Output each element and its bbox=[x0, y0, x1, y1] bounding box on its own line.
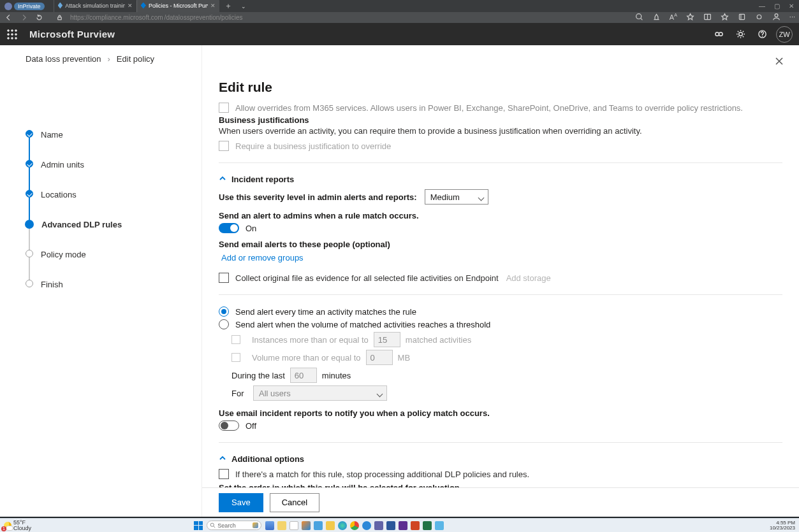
tab-overflow-button[interactable]: ⌄ bbox=[237, 0, 250, 13]
svg-point-8 bbox=[15, 29, 17, 31]
waffle-icon[interactable] bbox=[6, 29, 18, 40]
incident-reports-expander[interactable]: Incident reports bbox=[219, 175, 782, 184]
more-icon[interactable]: ··· bbox=[789, 13, 795, 22]
add-storage-link[interactable]: Add storage bbox=[506, 273, 551, 283]
svg-point-15 bbox=[715, 32, 719, 36]
text-size-icon[interactable]: AA bbox=[670, 13, 677, 22]
checkbox-icon[interactable] bbox=[219, 273, 229, 283]
alert-threshold-radio[interactable]: Send alert when the volume of matched ac… bbox=[219, 319, 782, 329]
tab-close-icon[interactable]: ✕ bbox=[210, 3, 216, 9]
collect-evidence-row[interactable]: Collect original file as evidence for al… bbox=[219, 273, 782, 283]
edge-dev-icon[interactable] bbox=[362, 521, 371, 530]
tabbar-container: Attack simulation training - Mic ✕ Polic… bbox=[54, 0, 250, 13]
step-policy-mode[interactable]: Policy mode bbox=[26, 250, 202, 280]
save-button[interactable]: Save bbox=[219, 493, 263, 512]
url-path: /datalossprevention/policies bbox=[165, 14, 243, 21]
chrome-icon[interactable] bbox=[350, 521, 359, 530]
copilot-icon[interactable] bbox=[302, 521, 311, 530]
window-minimize-icon[interactable]: — bbox=[759, 3, 765, 10]
severity-select[interactable]: Medium bbox=[425, 189, 488, 205]
alert-every-radio[interactable]: Send alert every time an activity matche… bbox=[219, 306, 782, 317]
radio-selected-icon bbox=[219, 306, 229, 317]
window-close-icon[interactable]: ✕ bbox=[789, 3, 794, 10]
word-icon[interactable] bbox=[386, 521, 395, 530]
taskbar-search[interactable]: Search bbox=[207, 521, 261, 530]
split-icon[interactable] bbox=[703, 13, 712, 22]
extensions-icon[interactable] bbox=[755, 13, 763, 22]
close-icon[interactable] bbox=[773, 55, 785, 67]
checkbox-icon[interactable] bbox=[219, 141, 229, 151]
avatar[interactable]: ZW bbox=[776, 26, 793, 43]
collections-icon[interactable] bbox=[738, 13, 746, 22]
forward-button[interactable] bbox=[19, 13, 28, 22]
step-advanced-dlp-rules[interactable]: Advanced DLP rules bbox=[26, 220, 202, 250]
step-admin-units[interactable]: Admin units bbox=[26, 160, 202, 190]
checkbox-icon[interactable] bbox=[231, 353, 240, 362]
notepad-icon[interactable] bbox=[435, 521, 444, 530]
tab-title: Attack simulation training - Mic bbox=[65, 3, 124, 9]
read-aloud-icon[interactable] bbox=[652, 13, 661, 22]
browser-profile-icon[interactable] bbox=[772, 13, 781, 22]
step-name[interactable]: Name bbox=[26, 130, 202, 160]
panel-title: Edit rule bbox=[219, 80, 799, 95]
favorite-icon[interactable] bbox=[686, 13, 694, 22]
add-groups-link[interactable]: Add or remove groups bbox=[221, 253, 304, 262]
explorer-icon[interactable] bbox=[277, 521, 286, 530]
back-button[interactable] bbox=[4, 13, 13, 22]
step-current-icon bbox=[25, 220, 34, 229]
chevron-up-icon bbox=[219, 454, 226, 464]
instances-input[interactable] bbox=[374, 332, 400, 347]
help-icon[interactable] bbox=[753, 25, 771, 43]
tab-attack-sim[interactable]: Attack simulation training - Mic ✕ bbox=[54, 0, 136, 12]
start-button[interactable] bbox=[194, 521, 203, 530]
stop-processing-row[interactable]: If there's a match for this rule, stop p… bbox=[219, 469, 782, 479]
ppt-icon[interactable] bbox=[411, 521, 420, 530]
lock-icon[interactable] bbox=[55, 13, 64, 22]
security-icon[interactable] bbox=[314, 521, 323, 530]
automation-icon[interactable] bbox=[710, 25, 728, 43]
weather-widget[interactable]: 1 55°F Cloudy bbox=[0, 520, 31, 531]
teams-icon[interactable] bbox=[374, 521, 383, 530]
checkbox-icon[interactable] bbox=[219, 469, 229, 479]
svg-point-6 bbox=[8, 29, 10, 31]
gear-icon[interactable] bbox=[731, 25, 749, 43]
edge-icon[interactable] bbox=[338, 521, 347, 530]
divider bbox=[219, 442, 782, 443]
radio-icon bbox=[219, 319, 229, 329]
step-locations[interactable]: Locations bbox=[26, 190, 202, 220]
during-input[interactable] bbox=[290, 368, 317, 383]
toggle-state: On bbox=[246, 224, 256, 233]
email-incident-toggle[interactable]: Off bbox=[219, 421, 782, 431]
zoom-icon[interactable] bbox=[635, 13, 643, 22]
weather-badge: 1 bbox=[1, 526, 6, 531]
chat-icon[interactable] bbox=[290, 521, 298, 530]
svg-point-5 bbox=[775, 14, 778, 17]
excel-icon[interactable] bbox=[423, 521, 432, 530]
system-tray[interactable]: 4:55 PM 10/23/2023 bbox=[770, 521, 799, 531]
panel-body[interactable]: Allow overrides from M365 services. Allo… bbox=[202, 100, 799, 487]
additional-options-expander[interactable]: Additional options bbox=[219, 454, 782, 464]
volume-input[interactable] bbox=[366, 350, 393, 365]
svg-point-13 bbox=[11, 37, 13, 39]
checkbox-icon[interactable] bbox=[231, 335, 240, 344]
tab-policies[interactable]: Policies - Microsoft Purview ✕ bbox=[136, 0, 219, 12]
require-justification-row[interactable]: Require a business justification to over… bbox=[219, 141, 782, 151]
favorites-bar-icon[interactable] bbox=[721, 13, 729, 22]
more1-icon[interactable] bbox=[326, 521, 335, 530]
refresh-button[interactable] bbox=[34, 13, 43, 22]
alert-admins-toggle[interactable]: On bbox=[219, 223, 782, 233]
new-tab-button[interactable]: ＋ bbox=[222, 0, 235, 13]
vs-icon[interactable] bbox=[399, 521, 407, 530]
step-finish[interactable]: Finish bbox=[26, 280, 202, 310]
tab-close-icon[interactable]: ✕ bbox=[128, 3, 133, 9]
task-view-icon[interactable] bbox=[265, 521, 274, 530]
for-select[interactable]: All users bbox=[253, 385, 387, 401]
breadcrumb-root[interactable]: Data loss prevention bbox=[26, 54, 101, 64]
allow-overrides-row[interactable]: Allow overrides from M365 services. Allo… bbox=[219, 103, 782, 113]
window-maximize-icon[interactable]: ▢ bbox=[774, 3, 780, 10]
profile-icon[interactable] bbox=[4, 3, 12, 10]
windows-taskbar[interactable]: 1 55°F Cloudy Search bbox=[0, 518, 799, 532]
cancel-button[interactable]: Cancel bbox=[270, 493, 319, 512]
url-field[interactable]: https://compliance.microsoft.com/datalos… bbox=[70, 14, 242, 21]
checkbox-icon[interactable] bbox=[219, 103, 229, 113]
